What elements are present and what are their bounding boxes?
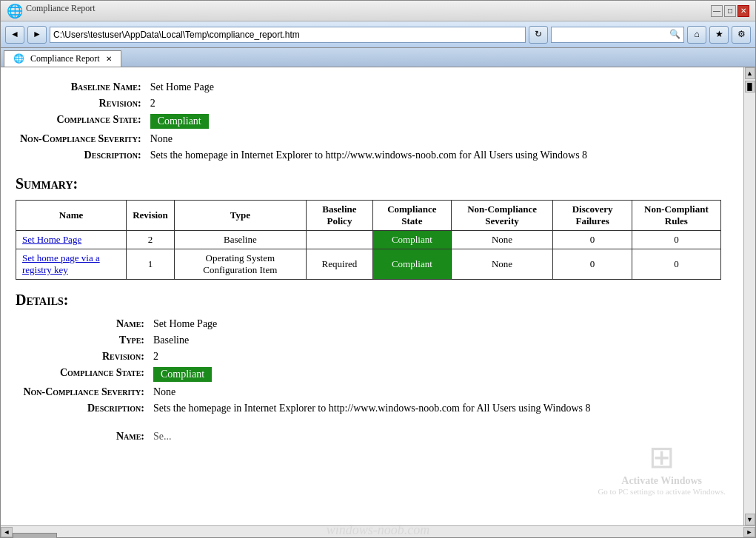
page-body: Baseline Name: Set Home Page Revision: 2…	[1, 67, 743, 525]
details-type-value: Baseline	[149, 332, 721, 349]
scroll-thumb[interactable]: █	[745, 81, 755, 93]
window-controls: — □ ✕	[711, 5, 749, 17]
forward-button[interactable]: ►	[27, 26, 47, 44]
details-name-label: Name:	[16, 316, 149, 332]
summary-heading: Summary:	[16, 175, 721, 192]
back-button[interactable]: ◄	[5, 26, 24, 44]
tab-bar: 🌐 Compliance Report ✕	[1, 48, 755, 67]
details-heading: Details:	[16, 292, 721, 309]
baseline-info-table: Baseline Name: Set Home Page Revision: 2…	[16, 79, 721, 164]
col-compliance-state: Compliance State	[372, 201, 451, 231]
revision-row: Revision: 2	[16, 95, 721, 112]
row-type: Operating System Configuration Item	[174, 249, 306, 280]
details-revision-value: 2	[149, 349, 721, 365]
details-compliance-state-value: Compliant	[149, 365, 721, 384]
details-description-label: Description:	[16, 400, 149, 417]
details-non-compliance-severity-value: None	[149, 384, 721, 400]
table-header-row: Name Revision Type Baseline Policy Compl…	[16, 201, 721, 231]
col-type: Type	[174, 201, 306, 231]
tab-favicon: 🌐	[13, 53, 24, 64]
row-non-compliance-severity: None	[451, 231, 553, 249]
extra-row-table: Name: Se...	[16, 428, 721, 445]
revision-label: Revision:	[16, 95, 146, 112]
search-bar[interactable]: 🔍	[551, 27, 684, 43]
row-baseline-policy	[306, 231, 372, 249]
browser-window: 🌐 Compliance Report — □ ✕ ◄ ► ↻ 🔍 ⌂ ★ ⚙ …	[0, 0, 756, 538]
extra-name-row: Name: Se...	[16, 428, 721, 445]
nav-bar: ◄ ► ↻ 🔍 ⌂ ★ ⚙	[1, 21, 755, 48]
refresh-button[interactable]: ↻	[529, 26, 548, 44]
search-input[interactable]	[555, 30, 669, 40]
compliance-state-value: Compliant	[146, 112, 721, 131]
scroll-up-button[interactable]: ▲	[745, 67, 755, 79]
row-discovery-failures: 0	[553, 231, 632, 249]
row-name-link[interactable]: Set home page via a registry key	[22, 252, 100, 275]
extra-name-label: Name:	[16, 428, 149, 445]
minimize-button[interactable]: —	[711, 5, 723, 17]
home-button[interactable]: ⌂	[687, 26, 706, 44]
row-non-compliance-severity: None	[451, 249, 553, 280]
col-discovery-failures: Discovery Failures	[553, 201, 632, 231]
ie-logo-icon: 🌐	[7, 3, 23, 19]
address-input[interactable]	[50, 27, 526, 43]
row-name-cell: Set Home Page	[16, 231, 127, 249]
row-compliance-state: Compliant	[372, 231, 451, 249]
details-name-row: Name: Set Home Page	[16, 316, 721, 332]
address-bar-container: ↻	[50, 26, 548, 44]
non-compliance-severity-label: Non-Compliance Severity:	[16, 131, 146, 147]
description-row: Description: Sets the homepage in Intern…	[16, 147, 721, 164]
details-type-label: Type:	[16, 332, 149, 349]
search-icon: 🔍	[669, 29, 680, 40]
row-type: Baseline	[174, 231, 306, 249]
details-revision-label: Revision:	[16, 349, 149, 365]
baseline-name-row: Baseline Name: Set Home Page	[16, 79, 721, 95]
compliant-badge: Compliant	[150, 114, 209, 129]
scrollbar[interactable]: ▲ █ ▼	[743, 67, 755, 525]
row-discovery-failures: 0	[553, 249, 632, 280]
row-non-compliant-rules: 0	[632, 231, 720, 249]
details-description-value: Sets the homepage in Internet Explorer t…	[149, 400, 721, 417]
details-compliant-badge: Compliant	[153, 367, 212, 382]
revision-value: 2	[146, 95, 721, 112]
col-baseline-policy: Baseline Policy	[306, 201, 372, 231]
compliance-state-label: Compliance State:	[16, 112, 146, 131]
scroll-right-button[interactable]: ►	[743, 527, 755, 537]
tab-close-button[interactable]: ✕	[106, 55, 112, 63]
scroll-left-button[interactable]: ◄	[1, 527, 13, 537]
tools-button[interactable]: ⚙	[732, 26, 751, 44]
col-name: Name	[16, 201, 127, 231]
baseline-name-value: Set Home Page	[146, 79, 721, 95]
compliance-state-row: Compliance State: Compliant	[16, 112, 721, 131]
maximize-button[interactable]: □	[724, 5, 736, 17]
non-compliance-severity-value: None	[146, 131, 721, 147]
table-row: Set Home Page2BaselineCompliantNone00	[16, 231, 721, 249]
details-info-table: Name: Set Home Page Type: Baseline Revis…	[16, 316, 721, 417]
scroll-down-button[interactable]: ▼	[745, 514, 755, 525]
title-bar: 🌐 Compliance Report — □ ✕	[1, 1, 755, 21]
close-button[interactable]: ✕	[737, 5, 749, 17]
row-name-link[interactable]: Set Home Page	[22, 234, 81, 245]
col-non-compliance-severity: Non-Compliance Severity	[451, 201, 553, 231]
h-scroll-thumb[interactable]	[13, 533, 57, 539]
summary-table-container: Name Revision Type Baseline Policy Compl…	[16, 200, 721, 280]
description-value: Sets the homepage in Internet Explorer t…	[146, 147, 721, 164]
row-baseline-policy: Required	[306, 249, 372, 280]
horizontal-scrollbar[interactable]: ◄ windows-noob.com ►	[1, 525, 755, 537]
row-non-compliant-rules: 0	[632, 249, 720, 280]
window-title: Compliance Report	[26, 3, 96, 19]
favorites-button[interactable]: ★	[709, 26, 729, 44]
details-compliance-state-label: Compliance State:	[16, 365, 149, 384]
details-non-compliance-severity-row: Non-Compliance Severity: None	[16, 384, 721, 400]
table-row: Set home page via a registry key1Operati…	[16, 249, 721, 280]
details-non-compliance-severity-label: Non-Compliance Severity:	[16, 384, 149, 400]
extra-name-value: Se...	[149, 428, 721, 445]
baseline-name-label: Baseline Name:	[16, 79, 146, 95]
col-non-compliant-rules: Non-Compliant Rules	[632, 201, 720, 231]
row-revision: 2	[127, 231, 175, 249]
active-tab[interactable]: 🌐 Compliance Report ✕	[4, 50, 121, 67]
row-compliance-state: Compliant	[372, 249, 451, 280]
details-description-row: Description: Sets the homepage in Intern…	[16, 400, 721, 417]
col-revision: Revision	[127, 201, 175, 231]
summary-table: Name Revision Type Baseline Policy Compl…	[16, 200, 721, 280]
non-compliance-severity-row: Non-Compliance Severity: None	[16, 131, 721, 147]
